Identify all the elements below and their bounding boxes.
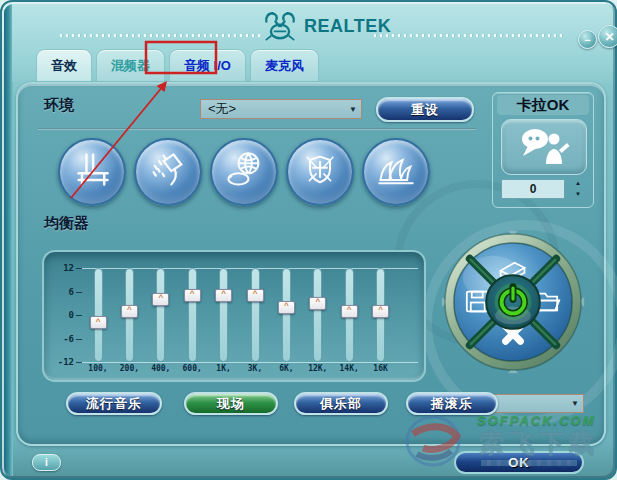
shower-icon	[148, 150, 188, 194]
voice-cancellation-button[interactable]	[501, 119, 587, 175]
equalizer-label: 均衡器	[44, 214, 89, 233]
eq-slider-handle[interactable]: ^	[341, 305, 358, 318]
chevron-up-icon: ^	[96, 319, 101, 325]
realtek-crab-icon	[260, 10, 300, 42]
eq-slider-handle[interactable]: ^	[372, 305, 389, 318]
eq-control-wheel: eraser-icon floppy-disk-icon folder-icon	[441, 230, 585, 374]
close-button[interactable]: ✕	[598, 25, 617, 48]
eq-scale-tick	[76, 339, 82, 340]
environment-button-4[interactable]	[286, 138, 354, 206]
tab-microphone[interactable]: 麦克风	[250, 49, 319, 81]
tab-mixer[interactable]: 混频器	[96, 49, 165, 81]
eq-slider-track[interactable]	[251, 268, 260, 362]
eq-grid-line	[80, 362, 418, 363]
eq-slider-track[interactable]	[282, 268, 291, 362]
tab-sound-effect[interactable]: 音效	[36, 49, 92, 81]
environment-label: 环境	[44, 96, 74, 115]
karaoke-title: 卡拉OK	[497, 95, 589, 115]
auditorium-opera-house-icon	[376, 150, 416, 194]
eq-slider-handle[interactable]: ^	[121, 305, 138, 318]
chevron-up-icon: ^	[190, 291, 195, 297]
eq-scale-tick	[76, 292, 82, 293]
chevron-up-icon: ^	[315, 299, 320, 305]
chevron-up-icon: ^	[158, 295, 163, 301]
eq-frequency-label: 14K,	[332, 364, 366, 373]
preset-live[interactable]: 现场	[184, 392, 278, 415]
eq-scale-label: 12	[50, 263, 74, 273]
preset-pop-music[interactable]: 流行音乐	[66, 392, 162, 415]
environment-divider	[38, 128, 476, 130]
eq-slider-track[interactable]	[219, 268, 228, 362]
eq-slider-handle[interactable]: ^	[184, 289, 201, 302]
eq-frequency-label: 12K,	[301, 364, 335, 373]
eq-slider-handle[interactable]: ^	[247, 289, 264, 302]
stone-room-shield-icon	[300, 150, 340, 194]
tab-audio-io[interactable]: 音频 I/O	[169, 49, 246, 81]
eq-slider-track[interactable]	[313, 268, 322, 362]
eq-frequency-label: 400,	[144, 364, 178, 373]
eq-scale-label: 6	[50, 287, 74, 297]
eq-frequency-label: 1K,	[207, 364, 241, 373]
realtek-logo: REALTEK	[260, 10, 391, 42]
environment-button-5[interactable]	[362, 138, 430, 206]
eq-frequency-label: 100,	[81, 364, 115, 373]
eq-scale-label: 0	[50, 310, 74, 320]
chevron-up-icon: ^	[253, 291, 258, 297]
eq-slider-handle[interactable]: ^	[215, 289, 232, 302]
titlebar: REALTEK − ✕ 音效混频器音频 I/O麦克风	[12, 4, 613, 82]
environment-dropdown-value: <无>	[201, 100, 345, 118]
karaoke-key-value[interactable]: 0	[501, 179, 565, 199]
chevron-up-icon: ^	[127, 307, 132, 313]
realtek-audio-manager-window: REALTEK − ✕ 音效混频器音频 I/O麦克风 环境 <无> ▼ 重设 卡…	[0, 0, 617, 480]
eq-slider-track[interactable]	[188, 268, 197, 362]
minimize-button[interactable]: −	[578, 30, 597, 49]
chevron-up-icon: ^	[378, 307, 383, 313]
eq-frequency-label: 600,	[175, 364, 209, 373]
karaoke-panel: 卡拉OK 0 ▲ ▼	[492, 92, 594, 208]
spin-up-icon[interactable]: ▲	[571, 179, 585, 188]
preset-club[interactable]: 俱乐部	[294, 392, 388, 415]
environment-button-3[interactable]	[210, 138, 278, 206]
main-panel: 环境 <无> ▼ 重设 卡拉OK	[16, 82, 606, 446]
ok-button[interactable]: OK	[454, 451, 584, 474]
environment-dropdown[interactable]: <无> ▼	[200, 99, 362, 119]
chevron-up-icon: ^	[347, 307, 352, 313]
eq-frequency-label: 6K,	[269, 364, 303, 373]
spin-down-icon[interactable]: ▼	[571, 190, 585, 199]
equalizer-panel: 1260-6-12 ^100,^200,^400,^600,^1K,^3K,^6…	[42, 250, 426, 382]
environment-button-1[interactable]	[58, 138, 126, 206]
chevron-up-icon: ^	[284, 303, 289, 309]
power-button[interactable]: power-icon	[486, 275, 540, 329]
preset-row: 现场 ▼ 流行音乐现场俱乐部摇滚乐	[18, 392, 608, 418]
preset-rock[interactable]: 摇滚乐	[406, 392, 498, 415]
environment-button-2[interactable]	[134, 138, 202, 206]
titlebar-dashes-left	[60, 34, 260, 37]
eq-slider-handle[interactable]: ^	[90, 316, 107, 329]
eq-frequency-label: 16K	[364, 364, 398, 373]
eq-slider-handle[interactable]: ^	[278, 301, 295, 314]
titlebar-dashes-right	[374, 34, 566, 37]
karaoke-key-spinner: ▲ ▼	[571, 179, 585, 199]
info-button[interactable]: i	[32, 454, 61, 471]
chevron-down-icon: ▼	[567, 399, 583, 408]
chevron-up-icon: ^	[221, 291, 226, 297]
eq-scale-tick	[76, 268, 82, 269]
eq-scale-label: -12	[50, 357, 74, 367]
reset-button[interactable]: 重设	[376, 97, 474, 122]
arena-globe-icon	[224, 150, 264, 194]
eq-slider-track[interactable]	[156, 268, 165, 362]
eq-slider-handle[interactable]: ^	[309, 297, 326, 310]
eq-frequency-label: 200,	[112, 364, 146, 373]
tab-row: 音效混频器音频 I/O麦克风	[36, 49, 319, 80]
eq-scale-tick	[76, 362, 82, 363]
eq-frequency-label: 3K,	[238, 364, 272, 373]
environment-buttons	[58, 132, 458, 216]
bathroom-pipes-icon	[72, 150, 112, 194]
eq-slider-handle[interactable]: ^	[152, 293, 169, 306]
eq-scale-label: -6	[50, 334, 74, 344]
chevron-down-icon: ▼	[345, 105, 361, 114]
karaoke-voice-icon	[518, 126, 570, 168]
brand-text: REALTEK	[304, 16, 391, 37]
eq-scale-tick	[76, 315, 82, 316]
eq-slider-track[interactable]	[94, 268, 103, 362]
